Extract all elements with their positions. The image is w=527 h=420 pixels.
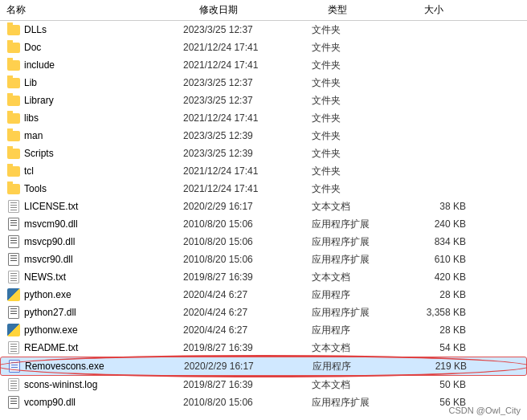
file-date: 2020/4/24 6:27 bbox=[183, 289, 312, 300]
dll-icon bbox=[6, 305, 21, 320]
folder-icon bbox=[6, 146, 21, 161]
file-type: 应用程序 bbox=[312, 288, 408, 302]
dll-icon bbox=[6, 234, 21, 249]
txt-icon bbox=[6, 199, 21, 214]
file-name: python.exe bbox=[6, 287, 183, 302]
file-name: NEWS.txt bbox=[6, 270, 183, 284]
table-row[interactable]: man 2023/3/25 12:39 文件夹 bbox=[0, 127, 527, 145]
table-row[interactable]: Scripts 2023/3/25 12:39 文件夹 bbox=[0, 145, 527, 162]
file-date: 2020/2/29 16:17 bbox=[184, 361, 313, 372]
file-size: 28 KB bbox=[408, 324, 472, 336]
file-type: 应用程序扩展 bbox=[312, 396, 408, 410]
file-name: msvcr90.dll bbox=[6, 252, 183, 267]
file-size: 28 KB bbox=[408, 289, 472, 300]
file-date: 2023/3/25 12:39 bbox=[183, 130, 312, 141]
file-date: 2019/8/27 16:39 bbox=[183, 379, 312, 390]
file-type: 文件夹 bbox=[312, 76, 408, 90]
table-row[interactable]: tcl 2021/12/24 17:41 文件夹 bbox=[0, 162, 527, 180]
table-row[interactable]: README.txt 2019/8/27 16:39 文本文档 54 KB bbox=[0, 339, 527, 357]
table-row[interactable]: Doc 2021/12/24 17:41 文件夹 bbox=[0, 39, 527, 56]
file-name: man bbox=[6, 128, 183, 143]
file-type: 文件夹 bbox=[312, 41, 408, 55]
header-type: 类型 bbox=[328, 3, 424, 17]
file-date: 2020/4/24 6:27 bbox=[183, 324, 312, 336]
file-type: 应用程序扩展 bbox=[312, 306, 408, 320]
file-type: 文件夹 bbox=[312, 147, 408, 161]
pyexe-icon bbox=[6, 287, 21, 302]
file-type: 文件夹 bbox=[312, 23, 408, 37]
dll-icon bbox=[6, 217, 21, 231]
folder-icon bbox=[6, 181, 21, 196]
exe-icon bbox=[7, 359, 22, 373]
table-row[interactable]: Tools 2021/12/24 17:41 文件夹 bbox=[0, 180, 527, 198]
table-row[interactable]: LICENSE.txt 2020/2/29 16:17 文本文档 38 KB bbox=[0, 198, 527, 215]
file-name: scons-wininst.log bbox=[6, 377, 183, 392]
file-date: 2021/12/24 17:41 bbox=[183, 183, 312, 194]
file-list[interactable]: DLLs 2023/3/25 12:37 文件夹 Doc 2021/12/24 … bbox=[0, 21, 527, 418]
file-date: 2023/3/25 12:37 bbox=[183, 24, 312, 35]
file-type: 文本文档 bbox=[312, 200, 408, 214]
txt-icon bbox=[6, 270, 21, 284]
dll-icon bbox=[6, 395, 21, 410]
file-type: 文本文档 bbox=[312, 378, 408, 392]
file-date: 2023/3/25 12:37 bbox=[183, 95, 312, 106]
table-row[interactable]: Library 2023/3/25 12:37 文件夹 bbox=[0, 92, 527, 109]
file-size: 834 KB bbox=[408, 236, 472, 247]
file-size: 420 KB bbox=[408, 271, 472, 283]
table-row[interactable]: NEWS.txt 2019/8/27 16:39 文本文档 420 KB bbox=[0, 268, 527, 286]
file-size: 38 KB bbox=[408, 201, 472, 212]
file-name: Lib bbox=[6, 75, 183, 90]
file-size: 219 KB bbox=[409, 361, 473, 372]
file-type: 文件夹 bbox=[312, 165, 408, 178]
table-row[interactable]: python.exe 2020/4/24 6:27 应用程序 28 KB bbox=[0, 286, 527, 304]
file-size: 240 KB bbox=[408, 218, 472, 230]
pyexe-icon bbox=[6, 323, 21, 337]
file-name: Tools bbox=[6, 181, 183, 196]
file-date: 2010/8/20 15:06 bbox=[183, 218, 312, 230]
table-row[interactable]: python27.dll 2020/4/24 6:27 应用程序扩展 3,358… bbox=[0, 304, 527, 321]
file-name: msvcm90.dll bbox=[6, 217, 183, 231]
file-type: 文件夹 bbox=[312, 182, 408, 196]
file-name: python27.dll bbox=[6, 305, 183, 320]
file-date: 2021/12/24 17:41 bbox=[183, 59, 312, 71]
header-name: 名称 bbox=[6, 3, 199, 17]
file-date: 2019/8/27 16:39 bbox=[183, 271, 312, 283]
file-name: include bbox=[6, 58, 183, 72]
table-row[interactable]: vcomp90.dll 2010/8/20 15:06 应用程序扩展 56 KB bbox=[0, 393, 527, 411]
folder-icon bbox=[6, 58, 21, 72]
file-date: 2010/8/20 15:06 bbox=[183, 397, 312, 408]
file-date: 2010/8/20 15:06 bbox=[183, 254, 312, 265]
table-row[interactable]: Lib 2023/3/25 12:37 文件夹 bbox=[0, 74, 527, 92]
file-name: vcomp90.dll bbox=[6, 395, 183, 410]
table-row[interactable]: msvcp90.dll 2010/8/20 15:06 应用程序扩展 834 K… bbox=[0, 233, 527, 251]
file-name: DLLs bbox=[6, 22, 183, 37]
folder-icon bbox=[6, 75, 21, 90]
file-date: 2021/12/24 17:41 bbox=[183, 42, 312, 53]
table-row[interactable]: msvcm90.dll 2010/8/20 15:06 应用程序扩展 240 K… bbox=[0, 215, 527, 233]
table-row[interactable]: Removescons.exe 2020/2/29 16:17 应用程序 219… bbox=[0, 357, 527, 376]
file-explorer: 名称 修改日期 类型 大小 DLLs 2023/3/25 12:37 文件夹 D… bbox=[0, 0, 527, 420]
file-name: Library bbox=[6, 93, 183, 108]
file-date: 2021/12/24 17:41 bbox=[183, 112, 312, 124]
file-size: 54 KB bbox=[408, 342, 472, 353]
file-type: 应用程序 bbox=[312, 324, 408, 337]
table-row[interactable]: scons-wininst.log 2019/8/27 16:39 文本文档 5… bbox=[0, 376, 527, 393]
folder-icon bbox=[6, 40, 21, 55]
table-row[interactable]: msvcr90.dll 2010/8/20 15:06 应用程序扩展 610 K… bbox=[0, 251, 527, 268]
table-row[interactable]: include 2021/12/24 17:41 文件夹 bbox=[0, 56, 527, 74]
table-row[interactable]: pythonw.exe 2020/4/24 6:27 应用程序 28 KB bbox=[0, 321, 527, 339]
txt-icon bbox=[6, 340, 21, 355]
table-row[interactable]: libs 2021/12/24 17:41 文件夹 bbox=[0, 109, 527, 127]
folder-icon bbox=[6, 111, 21, 125]
file-date: 2020/2/29 16:17 bbox=[183, 201, 312, 212]
table-row[interactable]: DLLs 2023/3/25 12:37 文件夹 bbox=[0, 21, 527, 39]
file-type: 文件夹 bbox=[312, 112, 408, 125]
file-name: tcl bbox=[6, 164, 183, 178]
file-type: 文件夹 bbox=[312, 59, 408, 72]
file-size: 610 KB bbox=[408, 254, 472, 265]
file-name: LICENSE.txt bbox=[6, 199, 183, 214]
file-type: 应用程序扩展 bbox=[312, 253, 408, 267]
file-type: 应用程序扩展 bbox=[312, 235, 408, 249]
file-name: libs bbox=[6, 111, 183, 125]
file-type: 文本文档 bbox=[312, 341, 408, 355]
